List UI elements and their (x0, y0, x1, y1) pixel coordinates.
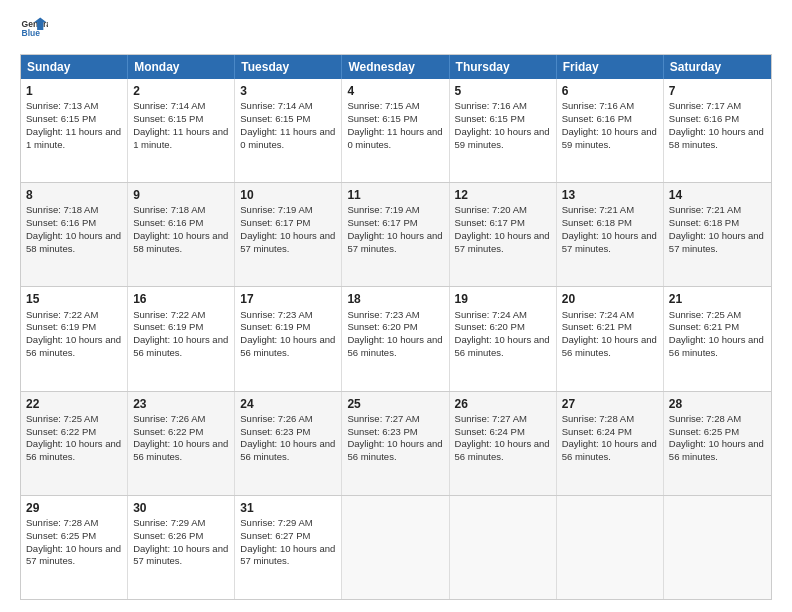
logo: General Blue (20, 16, 48, 44)
day-number: 28 (669, 396, 766, 412)
day-info: Sunset: 6:15 PM (133, 113, 229, 126)
day-info: Sunrise: 7:22 AM (133, 309, 229, 322)
day-info: Sunset: 6:18 PM (669, 217, 766, 230)
day-info: Sunrise: 7:23 AM (240, 309, 336, 322)
day-info: Daylight: 10 hours and 58 minutes. (133, 230, 229, 256)
day-info: Sunset: 6:17 PM (240, 217, 336, 230)
calendar-cell: 3Sunrise: 7:14 AMSunset: 6:15 PMDaylight… (235, 79, 342, 182)
day-number: 20 (562, 291, 658, 307)
calendar-cell: 21Sunrise: 7:25 AMSunset: 6:21 PMDayligh… (664, 287, 771, 390)
day-number: 5 (455, 83, 551, 99)
day-info: Sunset: 6:15 PM (26, 113, 122, 126)
calendar-cell (664, 496, 771, 599)
day-info: Sunset: 6:15 PM (455, 113, 551, 126)
calendar-row-3: 15Sunrise: 7:22 AMSunset: 6:19 PMDayligh… (21, 287, 771, 391)
header-day-friday: Friday (557, 55, 664, 79)
day-info: Sunset: 6:22 PM (133, 426, 229, 439)
day-info: Sunset: 6:24 PM (455, 426, 551, 439)
day-info: Sunrise: 7:13 AM (26, 100, 122, 113)
calendar-cell (557, 496, 664, 599)
calendar-cell: 5Sunrise: 7:16 AMSunset: 6:15 PMDaylight… (450, 79, 557, 182)
day-info: Daylight: 10 hours and 56 minutes. (347, 438, 443, 464)
calendar-row-4: 22Sunrise: 7:25 AMSunset: 6:22 PMDayligh… (21, 392, 771, 496)
day-info: Sunset: 6:19 PM (26, 321, 122, 334)
calendar-cell: 28Sunrise: 7:28 AMSunset: 6:25 PMDayligh… (664, 392, 771, 495)
day-info: Sunrise: 7:14 AM (133, 100, 229, 113)
day-info: Sunset: 6:16 PM (562, 113, 658, 126)
header-day-wednesday: Wednesday (342, 55, 449, 79)
day-info: Sunset: 6:25 PM (669, 426, 766, 439)
day-info: Sunrise: 7:21 AM (669, 204, 766, 217)
day-info: Sunrise: 7:15 AM (347, 100, 443, 113)
calendar-cell: 15Sunrise: 7:22 AMSunset: 6:19 PMDayligh… (21, 287, 128, 390)
day-info: Daylight: 11 hours and 0 minutes. (347, 126, 443, 152)
day-number: 14 (669, 187, 766, 203)
day-info: Daylight: 10 hours and 56 minutes. (240, 438, 336, 464)
day-number: 7 (669, 83, 766, 99)
calendar-cell: 13Sunrise: 7:21 AMSunset: 6:18 PMDayligh… (557, 183, 664, 286)
day-number: 29 (26, 500, 122, 516)
calendar-cell: 20Sunrise: 7:24 AMSunset: 6:21 PMDayligh… (557, 287, 664, 390)
day-number: 16 (133, 291, 229, 307)
calendar-cell: 24Sunrise: 7:26 AMSunset: 6:23 PMDayligh… (235, 392, 342, 495)
day-number: 23 (133, 396, 229, 412)
day-info: Sunrise: 7:27 AM (347, 413, 443, 426)
day-number: 17 (240, 291, 336, 307)
day-info: Sunrise: 7:16 AM (562, 100, 658, 113)
calendar-row-1: 1Sunrise: 7:13 AMSunset: 6:15 PMDaylight… (21, 79, 771, 183)
day-number: 31 (240, 500, 336, 516)
day-number: 26 (455, 396, 551, 412)
day-info: Sunrise: 7:27 AM (455, 413, 551, 426)
day-info: Sunrise: 7:28 AM (26, 517, 122, 530)
day-number: 12 (455, 187, 551, 203)
calendar-header: SundayMondayTuesdayWednesdayThursdayFrid… (21, 55, 771, 79)
calendar: SundayMondayTuesdayWednesdayThursdayFrid… (20, 54, 772, 600)
day-number: 10 (240, 187, 336, 203)
day-info: Daylight: 11 hours and 0 minutes. (240, 126, 336, 152)
header-day-sunday: Sunday (21, 55, 128, 79)
calendar-cell: 12Sunrise: 7:20 AMSunset: 6:17 PMDayligh… (450, 183, 557, 286)
calendar-cell: 2Sunrise: 7:14 AMSunset: 6:15 PMDaylight… (128, 79, 235, 182)
day-info: Daylight: 10 hours and 58 minutes. (669, 126, 766, 152)
day-info: Daylight: 10 hours and 56 minutes. (562, 334, 658, 360)
calendar-cell: 7Sunrise: 7:17 AMSunset: 6:16 PMDaylight… (664, 79, 771, 182)
calendar-row-5: 29Sunrise: 7:28 AMSunset: 6:25 PMDayligh… (21, 496, 771, 599)
day-info: Sunset: 6:19 PM (133, 321, 229, 334)
day-info: Sunrise: 7:28 AM (562, 413, 658, 426)
calendar-cell: 23Sunrise: 7:26 AMSunset: 6:22 PMDayligh… (128, 392, 235, 495)
header-day-saturday: Saturday (664, 55, 771, 79)
calendar-cell: 4Sunrise: 7:15 AMSunset: 6:15 PMDaylight… (342, 79, 449, 182)
day-info: Daylight: 10 hours and 56 minutes. (133, 334, 229, 360)
day-info: Sunrise: 7:16 AM (455, 100, 551, 113)
day-info: Daylight: 10 hours and 56 minutes. (240, 334, 336, 360)
calendar-cell: 26Sunrise: 7:27 AMSunset: 6:24 PMDayligh… (450, 392, 557, 495)
day-info: Sunrise: 7:29 AM (240, 517, 336, 530)
day-info: Sunset: 6:24 PM (562, 426, 658, 439)
day-info: Daylight: 10 hours and 56 minutes. (669, 438, 766, 464)
day-info: Daylight: 10 hours and 57 minutes. (240, 543, 336, 569)
day-info: Daylight: 10 hours and 57 minutes. (455, 230, 551, 256)
day-info: Sunset: 6:21 PM (669, 321, 766, 334)
day-info: Daylight: 10 hours and 56 minutes. (455, 438, 551, 464)
day-info: Sunset: 6:20 PM (347, 321, 443, 334)
day-number: 2 (133, 83, 229, 99)
day-info: Daylight: 10 hours and 56 minutes. (26, 438, 122, 464)
calendar-cell: 9Sunrise: 7:18 AMSunset: 6:16 PMDaylight… (128, 183, 235, 286)
logo-icon: General Blue (20, 16, 48, 44)
calendar-cell: 6Sunrise: 7:16 AMSunset: 6:16 PMDaylight… (557, 79, 664, 182)
day-info: Sunrise: 7:22 AM (26, 309, 122, 322)
day-info: Sunrise: 7:26 AM (240, 413, 336, 426)
day-info: Sunset: 6:15 PM (240, 113, 336, 126)
day-info: Sunset: 6:23 PM (347, 426, 443, 439)
day-number: 6 (562, 83, 658, 99)
day-number: 8 (26, 187, 122, 203)
day-info: Daylight: 11 hours and 1 minute. (133, 126, 229, 152)
calendar-cell: 30Sunrise: 7:29 AMSunset: 6:26 PMDayligh… (128, 496, 235, 599)
day-number: 22 (26, 396, 122, 412)
day-info: Sunset: 6:26 PM (133, 530, 229, 543)
day-info: Sunrise: 7:18 AM (133, 204, 229, 217)
day-info: Sunrise: 7:23 AM (347, 309, 443, 322)
day-info: Sunset: 6:20 PM (455, 321, 551, 334)
day-number: 11 (347, 187, 443, 203)
calendar-cell: 18Sunrise: 7:23 AMSunset: 6:20 PMDayligh… (342, 287, 449, 390)
